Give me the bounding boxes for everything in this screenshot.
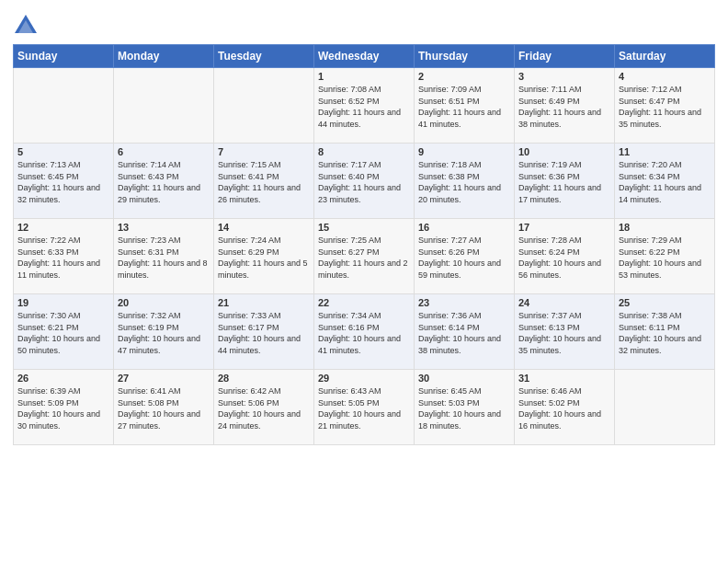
cell-content: Sunrise: 7:12 AM Sunset: 6:47 PM Dayligh… <box>619 84 711 130</box>
cell-content: Sunrise: 7:23 AM Sunset: 6:31 PM Dayligh… <box>118 235 210 281</box>
header-day-monday: Monday <box>114 45 214 68</box>
calendar-cell: 5Sunrise: 7:13 AM Sunset: 6:45 PM Daylig… <box>14 144 114 219</box>
cell-content: Sunrise: 6:42 AM Sunset: 5:06 PM Dayligh… <box>218 385 310 431</box>
calendar-cell: 29Sunrise: 6:43 AM Sunset: 5:05 PM Dayli… <box>314 370 415 445</box>
cell-content: Sunrise: 7:22 AM Sunset: 6:33 PM Dayligh… <box>17 235 109 281</box>
cell-content: Sunrise: 7:34 AM Sunset: 6:16 PM Dayligh… <box>318 310 410 356</box>
day-number: 6 <box>118 146 210 157</box>
calendar-cell: 11Sunrise: 7:20 AM Sunset: 6:34 PM Dayli… <box>615 144 715 219</box>
day-number: 9 <box>418 146 510 157</box>
cell-content: Sunrise: 7:11 AM Sunset: 6:49 PM Dayligh… <box>518 84 610 130</box>
cell-content: Sunrise: 7:32 AM Sunset: 6:19 PM Dayligh… <box>118 310 210 356</box>
calendar-cell: 26Sunrise: 6:39 AM Sunset: 5:09 PM Dayli… <box>14 370 114 445</box>
day-number: 26 <box>17 373 109 384</box>
header-day-sunday: Sunday <box>14 45 114 68</box>
day-number: 25 <box>619 297 711 308</box>
week-row-2: 5Sunrise: 7:13 AM Sunset: 6:45 PM Daylig… <box>14 144 715 219</box>
day-number: 5 <box>17 146 109 157</box>
calendar-cell: 28Sunrise: 6:42 AM Sunset: 5:06 PM Dayli… <box>214 370 314 445</box>
cell-content: Sunrise: 6:46 AM Sunset: 5:02 PM Dayligh… <box>518 385 610 431</box>
header-day-saturday: Saturday <box>615 45 715 68</box>
day-number: 28 <box>218 373 310 384</box>
cell-content: Sunrise: 7:36 AM Sunset: 6:14 PM Dayligh… <box>418 310 510 356</box>
header-row: SundayMondayTuesdayWednesdayThursdayFrid… <box>14 45 715 68</box>
calendar-cell: 23Sunrise: 7:36 AM Sunset: 6:14 PM Dayli… <box>415 294 515 370</box>
day-number: 1 <box>318 71 410 82</box>
cell-content: Sunrise: 7:17 AM Sunset: 6:40 PM Dayligh… <box>318 159 410 205</box>
cell-content: Sunrise: 7:19 AM Sunset: 6:36 PM Dayligh… <box>518 159 610 205</box>
header <box>13 9 715 39</box>
calendar-cell: 17Sunrise: 7:28 AM Sunset: 6:24 PM Dayli… <box>515 219 615 294</box>
calendar-cell: 15Sunrise: 7:25 AM Sunset: 6:27 PM Dayli… <box>314 219 415 294</box>
calendar-cell: 9Sunrise: 7:18 AM Sunset: 6:38 PM Daylig… <box>415 144 515 219</box>
day-number: 24 <box>518 297 610 308</box>
calendar-cell <box>14 68 114 144</box>
calendar-cell: 16Sunrise: 7:27 AM Sunset: 6:26 PM Dayli… <box>415 219 515 294</box>
day-number: 17 <box>518 222 610 233</box>
calendar-cell: 3Sunrise: 7:11 AM Sunset: 6:49 PM Daylig… <box>515 68 615 144</box>
day-number: 12 <box>17 222 109 233</box>
cell-content: Sunrise: 6:39 AM Sunset: 5:09 PM Dayligh… <box>17 385 109 431</box>
day-number: 10 <box>518 146 610 157</box>
calendar-cell: 25Sunrise: 7:38 AM Sunset: 6:11 PM Dayli… <box>615 294 715 370</box>
calendar-cell <box>615 370 715 445</box>
calendar-cell: 30Sunrise: 6:45 AM Sunset: 5:03 PM Dayli… <box>415 370 515 445</box>
day-number: 16 <box>418 222 510 233</box>
calendar-cell: 19Sunrise: 7:30 AM Sunset: 6:21 PM Dayli… <box>14 294 114 370</box>
day-number: 14 <box>218 222 310 233</box>
calendar-cell: 1Sunrise: 7:08 AM Sunset: 6:52 PM Daylig… <box>314 68 415 144</box>
calendar-cell: 8Sunrise: 7:17 AM Sunset: 6:40 PM Daylig… <box>314 144 415 219</box>
day-number: 19 <box>17 297 109 308</box>
week-row-1: 1Sunrise: 7:08 AM Sunset: 6:52 PM Daylig… <box>14 68 715 144</box>
cell-content: Sunrise: 6:45 AM Sunset: 5:03 PM Dayligh… <box>418 385 510 431</box>
cell-content: Sunrise: 6:41 AM Sunset: 5:08 PM Dayligh… <box>118 385 210 431</box>
day-number: 18 <box>619 222 711 233</box>
header-day-thursday: Thursday <box>415 45 515 68</box>
cell-content: Sunrise: 7:38 AM Sunset: 6:11 PM Dayligh… <box>619 310 711 356</box>
cell-content: Sunrise: 7:28 AM Sunset: 6:24 PM Dayligh… <box>518 235 610 281</box>
day-number: 21 <box>218 297 310 308</box>
calendar-cell: 21Sunrise: 7:33 AM Sunset: 6:17 PM Dayli… <box>214 294 314 370</box>
day-number: 30 <box>418 373 510 384</box>
calendar-cell: 4Sunrise: 7:12 AM Sunset: 6:47 PM Daylig… <box>615 68 715 144</box>
header-day-wednesday: Wednesday <box>314 45 415 68</box>
calendar-cell: 20Sunrise: 7:32 AM Sunset: 6:19 PM Dayli… <box>114 294 214 370</box>
day-number: 20 <box>118 297 210 308</box>
calendar-cell: 22Sunrise: 7:34 AM Sunset: 6:16 PM Dayli… <box>314 294 415 370</box>
day-number: 15 <box>318 222 410 233</box>
cell-content: Sunrise: 7:27 AM Sunset: 6:26 PM Dayligh… <box>418 235 510 281</box>
calendar-cell: 24Sunrise: 7:37 AM Sunset: 6:13 PM Dayli… <box>515 294 615 370</box>
cell-content: Sunrise: 7:09 AM Sunset: 6:51 PM Dayligh… <box>418 84 510 130</box>
calendar-cell: 13Sunrise: 7:23 AM Sunset: 6:31 PM Dayli… <box>114 219 214 294</box>
day-number: 27 <box>118 373 210 384</box>
week-row-4: 19Sunrise: 7:30 AM Sunset: 6:21 PM Dayli… <box>14 294 715 370</box>
day-number: 3 <box>518 71 610 82</box>
cell-content: Sunrise: 7:14 AM Sunset: 6:43 PM Dayligh… <box>118 159 210 205</box>
calendar-cell: 18Sunrise: 7:29 AM Sunset: 6:22 PM Dayli… <box>615 219 715 294</box>
cell-content: Sunrise: 7:18 AM Sunset: 6:38 PM Dayligh… <box>418 159 510 205</box>
day-number: 11 <box>619 146 711 157</box>
day-number: 7 <box>218 146 310 157</box>
week-row-3: 12Sunrise: 7:22 AM Sunset: 6:33 PM Dayli… <box>14 219 715 294</box>
calendar-cell <box>114 68 214 144</box>
calendar-cell: 6Sunrise: 7:14 AM Sunset: 6:43 PM Daylig… <box>114 144 214 219</box>
cell-content: Sunrise: 7:29 AM Sunset: 6:22 PM Dayligh… <box>619 235 711 281</box>
header-day-friday: Friday <box>515 45 615 68</box>
day-number: 29 <box>318 373 410 384</box>
page-container: SundayMondayTuesdayWednesdayThursdayFrid… <box>0 0 728 451</box>
calendar-cell: 12Sunrise: 7:22 AM Sunset: 6:33 PM Dayli… <box>14 219 114 294</box>
cell-content: Sunrise: 7:24 AM Sunset: 6:29 PM Dayligh… <box>218 235 310 281</box>
cell-content: Sunrise: 7:25 AM Sunset: 6:27 PM Dayligh… <box>318 235 410 281</box>
calendar-table: SundayMondayTuesdayWednesdayThursdayFrid… <box>13 44 715 445</box>
cell-content: Sunrise: 7:13 AM Sunset: 6:45 PM Dayligh… <box>17 159 109 205</box>
day-number: 31 <box>518 373 610 384</box>
day-number: 4 <box>619 71 711 82</box>
day-number: 23 <box>418 297 510 308</box>
day-number: 2 <box>418 71 510 82</box>
day-number: 13 <box>118 222 210 233</box>
calendar-cell: 2Sunrise: 7:09 AM Sunset: 6:51 PM Daylig… <box>415 68 515 144</box>
logo-icon <box>13 13 39 39</box>
logo <box>13 13 42 39</box>
cell-content: Sunrise: 7:15 AM Sunset: 6:41 PM Dayligh… <box>218 159 310 205</box>
day-number: 22 <box>318 297 410 308</box>
